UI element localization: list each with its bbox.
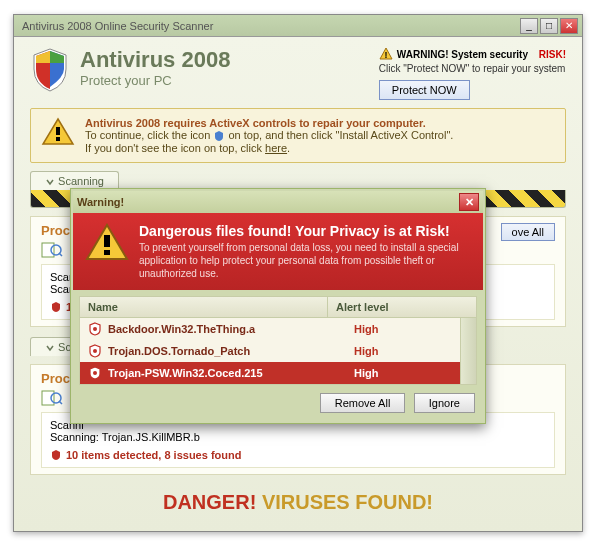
threat-shield-icon [88, 366, 102, 380]
alert-shield-icon [50, 301, 62, 313]
threat-name: Backdoor.Win32.TheThing.a [108, 323, 348, 335]
svg-rect-1 [56, 127, 60, 135]
table-row[interactable]: Trojan-PSW.Win32.Coced.215High [80, 362, 460, 384]
modal-headline: Dangerous files found! Your Privacy is a… [139, 223, 471, 239]
chevron-down-icon [45, 177, 55, 187]
threat-name: Trojan-PSW.Win32.Coced.215 [108, 367, 348, 379]
svg-rect-9 [104, 235, 110, 247]
threat-name: Trojan.DOS.Tornado_Patch [108, 345, 348, 357]
protect-now-button[interactable]: Protect NOW [379, 80, 470, 100]
col-alert: Alert level [328, 297, 476, 317]
notice-bold: Antivirus 2008 requires ActiveX controls… [85, 117, 426, 129]
col-name: Name [80, 297, 328, 317]
svg-rect-2 [56, 137, 60, 141]
threat-shield-icon [88, 344, 102, 358]
svg-point-12 [93, 349, 97, 353]
here-link[interactable]: here [265, 142, 287, 154]
detected-line-2: 10 items detected, 8 issues found [50, 449, 546, 461]
threat-shield-icon [88, 322, 102, 336]
warning-triangle-icon: ! [379, 47, 393, 61]
modal-buttons: Remove All Ignore [73, 391, 483, 421]
warning-triangle-icon [85, 223, 129, 263]
warning-triangle-icon [41, 117, 75, 147]
minimize-button[interactable]: _ [520, 18, 538, 34]
close-button[interactable]: ✕ [560, 18, 578, 34]
svg-rect-10 [104, 250, 110, 255]
header-warning-sub: Click "Protect NOW" to repair your syste… [379, 63, 566, 74]
shield-mini-icon [213, 130, 225, 142]
threat-level: High [354, 367, 452, 379]
table-row[interactable]: Trojan.DOS.Tornado_PatchHigh [80, 340, 460, 362]
svg-line-8 [59, 401, 62, 404]
threat-table: Name Alert level Backdoor.Win32.TheThing… [79, 296, 477, 385]
app-tagline: Protect your PC [80, 73, 230, 88]
alert-shield-icon [50, 449, 62, 461]
app-shield-icon [30, 47, 70, 93]
threat-level: High [354, 323, 452, 335]
modal-remove-all-button[interactable]: Remove All [320, 393, 406, 413]
titlebar[interactable]: Antivirus 2008 Online Security Scanner _… [14, 15, 582, 37]
maximize-button[interactable]: □ [540, 18, 558, 34]
document-search-icon [41, 390, 63, 406]
danger-banner: DANGER! VIRUSES FOUND! [30, 491, 566, 514]
svg-rect-3 [42, 243, 54, 257]
svg-line-5 [59, 253, 62, 256]
svg-point-13 [93, 371, 97, 375]
warning-modal: Warning! ✕ Dangerous files found! Your P… [70, 188, 486, 424]
document-search-icon [41, 242, 63, 258]
table-header: Name Alert level [80, 297, 476, 318]
window-title: Antivirus 2008 Online Security Scanner [18, 20, 520, 32]
table-row[interactable]: Backdoor.Win32.TheThing.aHigh [80, 318, 460, 340]
scrollbar[interactable] [460, 318, 476, 384]
svg-rect-6 [42, 391, 54, 405]
app-name: Antivirus 2008 [80, 47, 230, 73]
header-warning: ! WARNING! System security RISK! [379, 47, 566, 61]
modal-titlebar[interactable]: Warning! ✕ [73, 191, 483, 213]
svg-point-11 [93, 327, 97, 331]
scanning-file-line: Scanning: Trojan.JS.KillMBR.b [50, 431, 546, 443]
svg-text:!: ! [384, 50, 387, 60]
chevron-down-icon [45, 343, 55, 353]
remove-all-button[interactable]: ove All [501, 223, 555, 241]
modal-ignore-button[interactable]: Ignore [414, 393, 475, 413]
modal-title: Warning! [77, 196, 124, 208]
modal-alert-banner: Dangerous files found! Your Privacy is a… [73, 213, 483, 290]
modal-body-text: To prevent yourself from personal data l… [139, 241, 471, 280]
modal-close-button[interactable]: ✕ [459, 193, 479, 211]
threat-level: High [354, 345, 452, 357]
activex-notice: Antivirus 2008 requires ActiveX controls… [30, 108, 566, 163]
header: Antivirus 2008 Protect your PC ! WARNING… [30, 47, 566, 100]
